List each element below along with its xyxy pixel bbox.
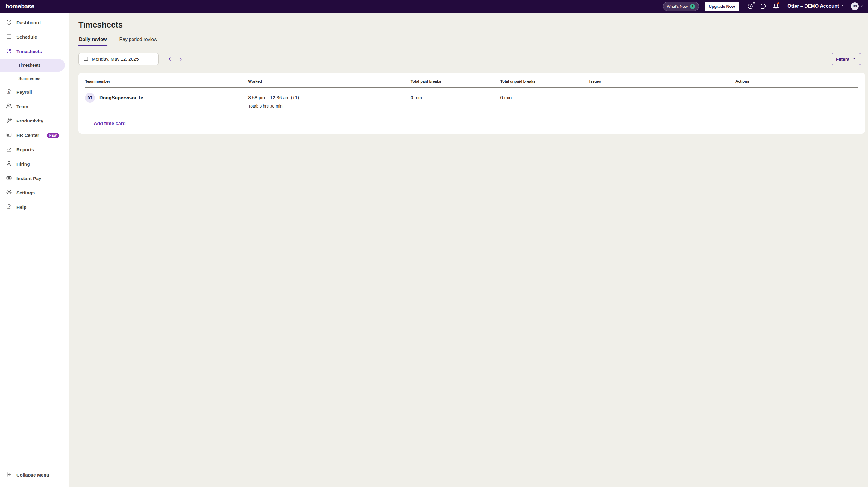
chart-icon bbox=[6, 146, 12, 153]
calendar-icon bbox=[6, 33, 12, 41]
page-frame: Dashboard Schedule Timesheets Timesheets… bbox=[0, 12, 868, 487]
sidebar-item-hiring[interactable]: Hiring bbox=[0, 157, 69, 171]
worked-total: Total: 3 hrs 38 min bbox=[248, 104, 411, 108]
sidebar-item-label: Reports bbox=[17, 147, 34, 152]
account-menu[interactable]: Otter – DEMO Account bbox=[787, 4, 845, 9]
sidebar-subitem-timesheets[interactable]: Timesheets bbox=[0, 59, 65, 71]
time-clock-icon[interactable] bbox=[746, 3, 754, 10]
chevron-down-icon bbox=[841, 4, 845, 9]
upgrade-now-button[interactable]: Upgrade Now bbox=[705, 2, 739, 11]
column-header-total-unpaid-breaks: Total unpaid breaks bbox=[500, 79, 589, 84]
collapse-menu-button[interactable]: Collapse Menu bbox=[0, 468, 69, 482]
clock-icon bbox=[6, 48, 12, 55]
column-header-issues: Issues bbox=[589, 79, 735, 84]
sidebar-item-productivity[interactable]: Productivity bbox=[0, 114, 69, 128]
member-avatar: DT bbox=[85, 93, 95, 103]
chevron-down-icon bbox=[852, 57, 856, 62]
table-header-row: Team member Worked Total paid breaks Tot… bbox=[85, 79, 859, 88]
sidebar-subitem-label: Summaries bbox=[18, 76, 40, 81]
actions-cell bbox=[735, 93, 859, 95]
sidebar-item-label: Productivity bbox=[17, 118, 43, 124]
column-header-total-paid-breaks: Total paid breaks bbox=[411, 79, 500, 84]
sidebar-item-label: Hiring bbox=[17, 162, 30, 167]
date-label: Monday, May 12, 2025 bbox=[92, 56, 139, 62]
svg-text:?: ? bbox=[8, 205, 10, 208]
topbar-actions: What's New 1 Upgrade Now Otter – DEMO Ac… bbox=[663, 2, 863, 11]
account-name: Otter – DEMO Account bbox=[787, 4, 839, 9]
column-header-team-member: Team member bbox=[85, 79, 248, 84]
sidebar-item-hr-center[interactable]: HR Center NEW bbox=[0, 128, 69, 143]
tab-daily-review[interactable]: Daily review bbox=[79, 34, 107, 46]
gear-icon bbox=[6, 189, 12, 197]
team-member-cell[interactable]: DT DongSupervisor Te… bbox=[85, 93, 248, 103]
wrench-icon bbox=[6, 117, 12, 124]
help-icon: ? bbox=[6, 204, 12, 211]
timesheet-table-card: Team member Worked Total paid breaks Tot… bbox=[79, 73, 865, 134]
column-header-worked: Worked bbox=[248, 79, 411, 84]
sidebar-footer: Collapse Menu bbox=[0, 464, 69, 482]
calendar-icon bbox=[83, 56, 89, 62]
sidebar-item-schedule[interactable]: Schedule bbox=[0, 30, 69, 44]
chevron-down-icon bbox=[860, 4, 863, 9]
notifications-bell-icon[interactable] bbox=[772, 3, 779, 10]
whats-new-label: What's New bbox=[667, 4, 687, 9]
sidebar-subitem-label: Timesheets bbox=[18, 63, 40, 68]
sidebar-item-instant-pay[interactable]: Instant Pay bbox=[0, 171, 69, 186]
sidebar-item-label: Timesheets bbox=[17, 49, 42, 54]
team-icon bbox=[6, 103, 12, 110]
sidebar-item-label: Instant Pay bbox=[17, 176, 41, 181]
sidebar-item-label: Payroll bbox=[17, 90, 32, 95]
app-root: homebase What's New 1 Upgrade Now Otter … bbox=[0, 0, 868, 487]
next-day-button[interactable] bbox=[176, 55, 185, 63]
column-header-actions: Actions bbox=[735, 79, 859, 84]
new-badge: NEW bbox=[47, 133, 60, 138]
homebase-logo[interactable]: homebase bbox=[5, 3, 34, 10]
tab-bar: Daily review Pay period review bbox=[79, 34, 865, 46]
sidebar-item-team[interactable]: Team bbox=[0, 99, 69, 114]
collapse-icon bbox=[6, 471, 12, 479]
banknote-icon bbox=[6, 175, 12, 182]
sidebar-item-settings[interactable]: Settings bbox=[0, 186, 69, 200]
person-icon bbox=[6, 161, 12, 168]
page-title: Timesheets bbox=[79, 20, 865, 30]
filters-button[interactable]: Filters bbox=[831, 53, 861, 65]
add-time-card-button[interactable]: Add time card bbox=[85, 119, 126, 128]
collapse-menu-label: Collapse Menu bbox=[17, 472, 49, 478]
sidebar-item-label: Team bbox=[17, 104, 28, 109]
avatar: BS bbox=[851, 2, 859, 10]
add-time-card-label: Add time card bbox=[94, 121, 126, 126]
sidebar-item-reports[interactable]: Reports bbox=[0, 143, 69, 157]
plus-icon bbox=[86, 121, 90, 127]
tab-pay-period-review[interactable]: Pay period review bbox=[119, 34, 158, 46]
dollar-icon: $ bbox=[6, 89, 12, 96]
messages-icon[interactable] bbox=[760, 3, 767, 10]
time-clock-notification-dot bbox=[753, 2, 755, 4]
worked-cell: 8:58 pm – 12:36 am (+1) Total: 3 hrs 38 … bbox=[248, 93, 411, 108]
sidebar-item-label: HR Center bbox=[17, 133, 39, 138]
sidebar-item-label: Help bbox=[17, 205, 27, 210]
sidebar-item-timesheets[interactable]: Timesheets bbox=[0, 44, 69, 59]
member-name[interactable]: DongSupervisor Te… bbox=[99, 95, 148, 101]
sidebar-item-dashboard[interactable]: Dashboard bbox=[0, 16, 69, 30]
issues-cell bbox=[589, 93, 735, 95]
total-unpaid-breaks-cell: 0 min bbox=[500, 93, 589, 101]
dashboard-icon bbox=[6, 19, 12, 26]
main-content: Timesheets Daily review Pay period revie… bbox=[69, 12, 868, 487]
toolbar: Monday, May 12, 2025 Filters bbox=[79, 53, 865, 65]
topbar: homebase What's New 1 Upgrade Now Otter … bbox=[0, 0, 868, 12]
sidebar: Dashboard Schedule Timesheets Timesheets… bbox=[0, 12, 69, 487]
sidebar-subitem-summaries[interactable]: Summaries bbox=[0, 72, 69, 85]
whats-new-button[interactable]: What's New 1 bbox=[663, 2, 699, 11]
previous-day-button[interactable] bbox=[165, 55, 174, 63]
total-paid-breaks-cell: 0 min bbox=[411, 93, 500, 101]
date-picker[interactable]: Monday, May 12, 2025 bbox=[79, 53, 159, 65]
whats-new-count-badge: 1 bbox=[690, 4, 695, 9]
sidebar-item-payroll[interactable]: $ Payroll bbox=[0, 85, 69, 99]
sidebar-item-label: Dashboard bbox=[17, 20, 41, 25]
user-avatar-menu[interactable]: BS bbox=[851, 2, 863, 10]
sidebar-item-label: Schedule bbox=[17, 34, 37, 40]
filters-label: Filters bbox=[836, 57, 849, 62]
sidebar-item-help[interactable]: ? Help bbox=[0, 200, 69, 214]
svg-text:$: $ bbox=[8, 90, 10, 93]
table-row[interactable]: DT DongSupervisor Te… 8:58 pm – 12:36 am… bbox=[85, 88, 859, 114]
